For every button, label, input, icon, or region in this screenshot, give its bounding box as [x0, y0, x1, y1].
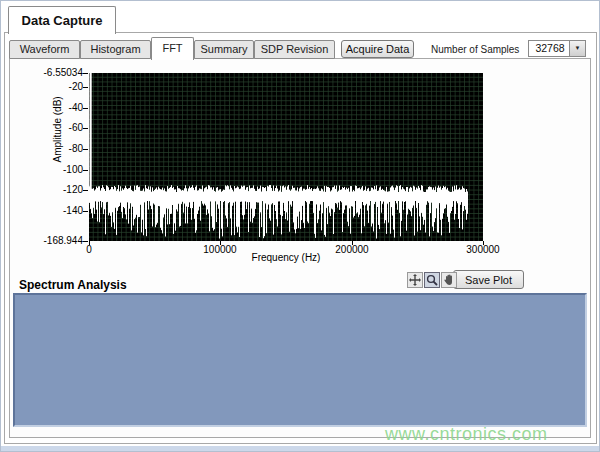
y-tick-mark — [83, 211, 88, 212]
tab-fft[interactable]: FFT — [151, 37, 194, 60]
zoom-tool-icon[interactable] — [424, 272, 440, 288]
x-axis-label: Frequency (Hz) — [231, 252, 341, 263]
y-tick-label: -100 — [21, 164, 83, 175]
y-tick-mark — [83, 87, 88, 88]
number-of-samples-value: 32768 — [529, 42, 571, 54]
y-tick-mark — [83, 128, 88, 129]
y-tick-mark — [83, 170, 88, 171]
y-axis-label: Amplitude (dB) — [52, 143, 63, 163]
pan-tool-icon[interactable] — [441, 272, 457, 288]
spectrum-analysis-panel — [13, 293, 587, 427]
tab-waveform[interactable]: Waveform — [9, 40, 80, 59]
y-tick-label: -20 — [21, 81, 83, 92]
number-of-samples-select[interactable]: 32768 ▼ — [528, 40, 586, 57]
magnifier-icon — [426, 274, 438, 286]
y-tick-label: -6.55034 — [21, 67, 83, 78]
watermark: www.cntronics.com — [385, 424, 548, 445]
y-tick-mark — [83, 149, 88, 150]
tab-histogram[interactable]: Histogram — [80, 40, 151, 59]
hand-icon — [443, 274, 455, 286]
x-tick-mark — [352, 241, 353, 245]
fft-plot-canvas — [89, 73, 483, 241]
x-tick-mark — [220, 241, 221, 245]
dropdown-arrow-icon[interactable]: ▼ — [569, 41, 585, 56]
tab-sdp-revision[interactable]: SDP Revision — [254, 40, 335, 59]
y-tick-label: -120 — [21, 184, 83, 195]
tab-summary[interactable]: Summary — [194, 40, 254, 59]
x-tick-mark — [483, 241, 484, 245]
move-crosshair-icon — [409, 274, 421, 286]
spectrum-analysis-heading: Spectrum Analysis — [19, 278, 127, 292]
y-tick-label: -140 — [21, 205, 83, 216]
y-tick-mark — [83, 241, 88, 242]
data-capture-window: Data Capture Acquire Data Number of Samp… — [0, 0, 600, 452]
x-tick-label: 300000 — [448, 244, 518, 255]
y-tick-mark — [83, 73, 88, 74]
tab-data-capture[interactable]: Data Capture — [8, 6, 116, 34]
acquire-data-button[interactable]: Acquire Data — [341, 40, 414, 58]
window-bottom-strip — [1, 446, 600, 452]
cursor-move-tool-icon[interactable] — [407, 272, 423, 288]
save-plot-button[interactable]: Save Plot — [453, 270, 524, 289]
number-of-samples-label: Number of Samples — [431, 44, 519, 55]
y-tick-mark — [83, 108, 88, 109]
fft-plot[interactable] — [89, 73, 483, 241]
x-tick-mark — [89, 241, 90, 245]
x-tick-label: 0 — [54, 244, 124, 255]
y-tick-mark — [83, 190, 88, 191]
